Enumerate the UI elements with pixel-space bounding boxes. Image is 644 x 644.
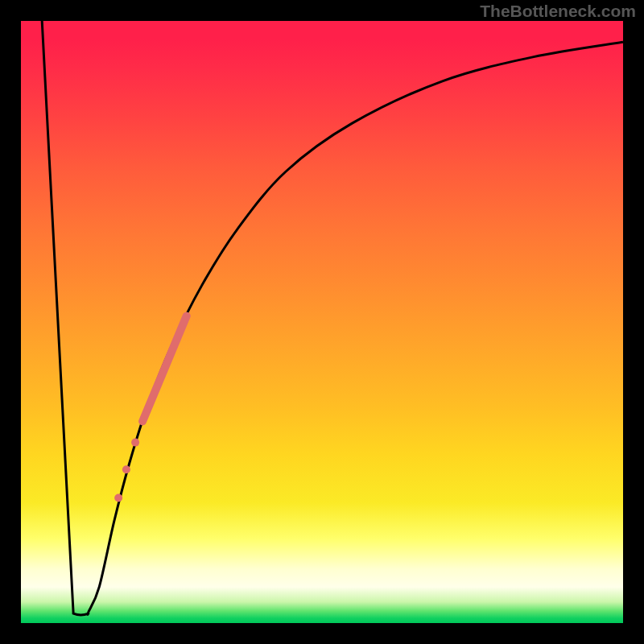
highlight-segment <box>142 316 187 422</box>
highlight-dot <box>131 439 139 447</box>
highlight-dot <box>114 493 122 502</box>
highlight-dot <box>122 465 130 473</box>
chart-plot-area <box>21 21 623 623</box>
bottleneck-curve <box>42 21 623 615</box>
curve-overlay-svg <box>21 21 623 623</box>
attribution-watermark: TheBottleneck.com <box>480 2 636 21</box>
bottleneck-curve-path <box>42 21 623 615</box>
